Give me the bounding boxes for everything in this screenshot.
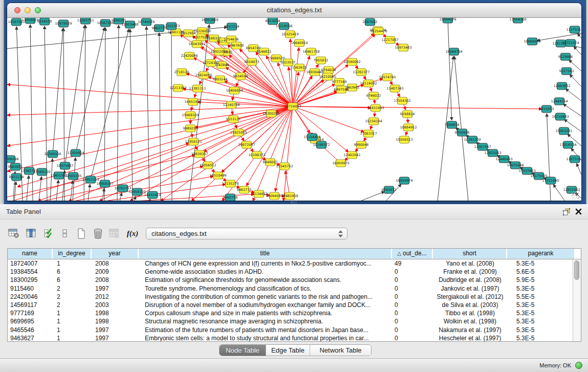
graph-node[interactable]: 16959974 [396,177,412,184]
column-header-out_degree[interactable]: △out_de... [392,249,433,259]
graph-node[interactable]: 16210643 [552,113,569,120]
graph-node[interactable]: 11431693 [367,104,384,112]
delete-trash-icon[interactable] [91,227,104,240]
graph-node[interactable]: 19094077 [266,192,282,200]
graph-node[interactable]: 8215953 [539,105,554,113]
graph-node[interactable]: 10749976 [138,18,155,26]
graph-node[interactable]: 1562615 [292,64,307,71]
graph-node[interactable]: 16961758 [302,48,319,55]
graph-node[interactable]: 12446963 [495,156,512,163]
graph-node[interactable]: 9746022 [366,92,381,99]
minimize-window-button[interactable] [25,7,31,13]
graph-node[interactable]: 17016534 [559,141,576,148]
graph-node[interactable]: 17063317 [360,130,377,137]
graph-node[interactable]: 15993291 [555,127,572,135]
graph-node[interactable]: 8813054 [266,18,280,25]
float-panel-icon[interactable] [562,208,571,216]
tab-network-table[interactable]: Network Table [310,345,371,356]
graph-node[interactable]: 16574745 [379,74,396,81]
table-row[interactable]: 946554611997Estimation of the future num… [8,326,581,334]
graph-node[interactable]: 12444154 [551,98,568,105]
graph-node[interactable]: 11283751 [77,18,94,24]
graph-node[interactable]: 15056512 [199,162,216,169]
graph-node[interactable]: 11282377 [353,69,369,76]
graph-node[interactable]: 10975887 [56,162,73,169]
graph-node[interactable]: 16959975 [332,160,349,167]
graph-node[interactable]: 26206596 [7,156,19,163]
graph-node[interactable]: 9092758 [223,194,238,201]
graph-node[interactable]: 2718120 [175,69,189,76]
graph-node[interactable]: 9634508 [37,18,52,25]
table-row[interactable]: 969969511998Structural magnetic resonanc… [8,317,581,325]
function-builder-icon[interactable]: f(x) [126,227,139,240]
graph-node[interactable]: 10391209 [464,136,481,143]
graph-node[interactable]: 15824090 [195,72,212,79]
tab-edge-table[interactable]: Edge Table [266,345,310,356]
graph-node[interactable]: 10839357 [191,150,208,158]
graph-node[interactable]: 15134452 [250,190,267,198]
table-row[interactable]: 1830029562008Estimation of significance … [8,276,581,284]
deselect-rows-icon[interactable] [58,227,72,240]
graph-node[interactable]: 12213382 [169,84,186,92]
table-row[interactable]: 1872400712008Changes of HCN gene express… [8,259,581,268]
graph-node[interactable]: 22420046 [181,52,198,59]
graph-node[interactable]: 11407343 [386,85,403,92]
graph-node[interactable]: 9227343 [559,68,574,75]
graph-node[interactable]: 15545752 [276,163,293,170]
graph-node[interactable]: 10684912 [400,124,417,131]
close-window-button[interactable] [14,7,20,13]
graph-node[interactable]: 10879529 [55,20,72,27]
graph-node[interactable]: 16644784 [445,48,462,55]
graph-node[interactable]: 16116092 [360,80,377,87]
graph-node[interactable]: 9245012 [382,186,397,193]
graph-node[interactable]: 8554073 [245,58,259,65]
graph-node[interactable]: 9129966 [558,53,573,60]
graph-node[interactable]: 20206536 [44,150,61,158]
table-row[interactable]: 1938455462009Genome-wide association stu… [8,268,581,276]
column-header-name[interactable]: name [8,249,53,259]
column-header-short[interactable]: short [433,249,507,259]
graph-node[interactable]: 7690854 [445,121,460,128]
graph-node[interactable]: 6794028 [321,67,336,74]
graph-node[interactable]: 16672057 [238,141,255,148]
graph-node[interactable]: 7955812 [314,57,329,64]
graph-node[interactable]: 9153131 [226,116,241,123]
graph-node[interactable]: 18668039 [524,38,540,45]
network-canvas[interactable]: 1872400716601128891295412226058932750816… [7,18,581,201]
graph-node[interactable]: 15234184 [365,118,382,125]
graph-node[interactable]: 17554302 [394,97,410,104]
graph-node[interactable]: 19094076 [439,18,456,23]
table-row[interactable]: 2242004622012Investigating the contribut… [8,293,581,301]
graph-node[interactable]: 2803144 [213,76,228,83]
graph-node[interactable]: 11432414 [144,191,161,199]
graph-node[interactable]: 9298824 [400,111,415,118]
graph-node[interactable]: 15056513 [396,136,412,143]
graph-node[interactable]: 11381111 [189,85,206,92]
graph-node[interactable]: 11825053 [484,149,501,157]
table-selector-dropdown[interactable]: citations_edges.txt [146,228,347,239]
graph-node[interactable]: 16640910 [291,39,308,47]
network-window-titlebar[interactable]: citations_edges.txt [7,3,581,18]
graph-node[interactable]: 9990046 [354,141,369,148]
graph-node[interactable]: 10325419 [281,31,298,38]
window-resize-grip[interactable] [572,191,580,199]
graph-node[interactable]: 11675317 [566,156,581,163]
table-options-icon[interactable] [7,227,20,240]
graph-node[interactable]: 14675046 [507,162,524,169]
column-header-year[interactable]: year [92,249,139,259]
memory-status-indicator[interactable] [575,362,582,369]
graph-node[interactable]: 12958121 [185,138,202,145]
table-row[interactable]: 1456911722003Disruption of a novel membe… [8,301,581,309]
graph-node[interactable]: 2687682 [363,18,378,26]
graph-node[interactable]: 17359924 [67,149,84,157]
table-row[interactable]: 911546021997Tourette syndrome. Phenomeno… [8,285,581,293]
graph-node[interactable]: 11007547 [474,143,491,150]
table-vertical-scrollbar[interactable] [573,259,581,341]
graph-node[interactable]: 12093832 [553,82,570,90]
graph-node[interactable]: 12217087 [381,36,398,43]
close-panel-icon[interactable] [575,208,582,215]
graph-node[interactable]: 15668109 [182,112,199,119]
column-header-title[interactable]: title [139,249,392,259]
graph-node[interactable]: 12402041 [343,151,360,159]
select-all-icon[interactable] [42,227,55,240]
